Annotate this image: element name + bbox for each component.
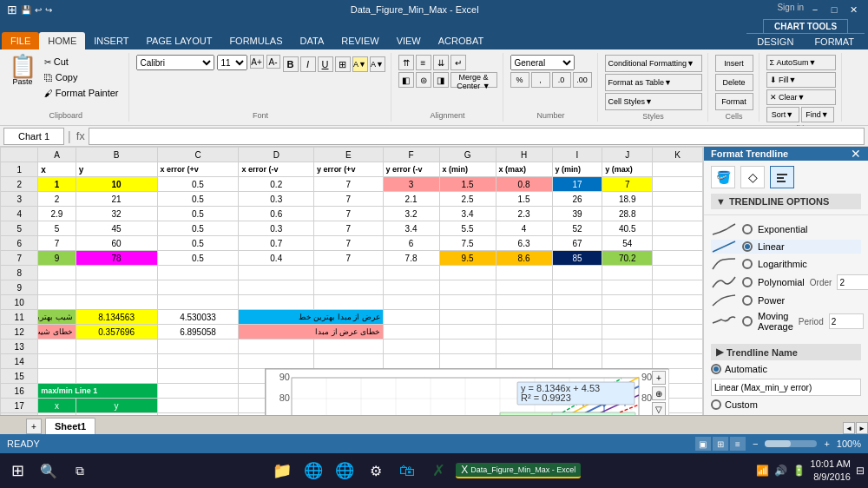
cell-e3[interactable]: 7 xyxy=(314,192,383,207)
cell-j13[interactable] xyxy=(602,340,653,354)
moving-average-period-input[interactable] xyxy=(829,313,864,329)
cell-e10[interactable] xyxy=(314,295,383,310)
cell-b10[interactable] xyxy=(76,295,157,310)
tab-data[interactable]: DATA xyxy=(292,32,333,49)
format-cells-btn[interactable]: Format xyxy=(715,93,753,110)
cell-g12[interactable] xyxy=(439,325,496,340)
font-color-btn[interactable]: A▼ xyxy=(370,56,385,72)
cell-d11[interactable]: عرض از مبدا بهترین خط xyxy=(239,310,383,325)
taskbar-edge[interactable]: 🌐 xyxy=(299,457,327,485)
taskbar-excel-active[interactable]: X Data_Figure_Min_Max - Excel xyxy=(456,463,581,478)
cell-h10[interactable] xyxy=(496,295,552,310)
cell-c14[interactable] xyxy=(157,354,239,369)
cell-k7[interactable] xyxy=(653,251,703,266)
quick-access-redo[interactable]: ↪ xyxy=(45,5,52,15)
cell-j9[interactable] xyxy=(602,280,653,295)
trendline-polynomial[interactable]: Polynomial Order xyxy=(711,274,861,290)
cell-h9[interactable] xyxy=(496,280,552,295)
tab-page-layout[interactable]: PAGE LAYOUT xyxy=(137,32,220,49)
cell-f3[interactable]: 2.1 xyxy=(383,192,439,207)
cell-e6[interactable]: 7 xyxy=(314,236,383,251)
align-left-btn[interactable]: ◧ xyxy=(398,72,414,88)
trendline-logarithmic[interactable]: Logarithmic xyxy=(711,257,861,271)
wrap-text-btn[interactable]: ↵ xyxy=(450,55,466,70)
find-select-btn[interactable]: Find▼ xyxy=(801,107,834,122)
cell-c5[interactable]: 0.5 xyxy=(157,221,239,236)
align-middle-btn[interactable]: ≡ xyxy=(416,55,431,70)
bold-btn[interactable]: B xyxy=(283,56,299,72)
taskbar-excel[interactable]: ✗ xyxy=(424,457,452,485)
col-header-i[interactable]: I xyxy=(552,148,602,162)
cell-h14[interactable] xyxy=(496,354,552,369)
quick-access-save[interactable]: 💾 xyxy=(21,5,31,15)
cell-e1[interactable]: y error (+v xyxy=(314,162,383,177)
cell-d7[interactable]: 0.4 xyxy=(239,251,314,266)
border-btn[interactable]: ⊞ xyxy=(335,56,351,72)
cell-a7[interactable]: 9 xyxy=(38,251,76,266)
cell-e2[interactable]: 7 xyxy=(314,177,383,192)
task-view-button[interactable]: ⧉ xyxy=(66,457,94,485)
conditional-formatting-btn[interactable]: Conditional Formatting▼ xyxy=(605,55,702,72)
cell-j3[interactable]: 18.9 xyxy=(602,192,653,207)
cell-a8[interactable] xyxy=(38,266,76,280)
cell-h8[interactable] xyxy=(496,266,552,280)
copy-btn[interactable]: ⿻ Copy xyxy=(40,70,123,84)
cell-e5[interactable]: 7 xyxy=(314,221,383,236)
cell-c17[interactable] xyxy=(157,399,239,413)
cell-i7[interactable]: 85 xyxy=(552,251,602,266)
decrease-font-btn[interactable]: A- xyxy=(266,55,280,69)
tab-formulas[interactable]: FORMULAS xyxy=(220,32,291,49)
trendline-moving-average[interactable]: Moving Average Period xyxy=(711,311,861,332)
cell-g6[interactable]: 7.5 xyxy=(439,236,496,251)
cell-g11[interactable] xyxy=(439,310,496,325)
underline-btn[interactable]: U xyxy=(318,56,333,72)
automatic-name-input[interactable] xyxy=(711,379,861,396)
cell-e13[interactable] xyxy=(314,340,383,354)
cell-i4[interactable]: 39 xyxy=(552,207,602,221)
tab-design[interactable]: DESIGN xyxy=(746,33,804,49)
cell-i5[interactable]: 52 xyxy=(552,221,602,236)
clear-btn[interactable]: ✕ Clear▼ xyxy=(766,89,836,105)
col-header-b[interactable]: B xyxy=(76,148,157,162)
cell-h11[interactable] xyxy=(496,310,552,325)
cell-k14[interactable] xyxy=(653,354,703,369)
cell-h13[interactable] xyxy=(496,340,552,354)
tab-insert[interactable]: INSERT xyxy=(85,32,137,49)
chart-zoom-in-btn[interactable]: + xyxy=(652,371,666,385)
cell-b3[interactable]: 21 xyxy=(76,192,157,207)
cell-a18[interactable]: 1 xyxy=(38,413,76,416)
cell-g8[interactable] xyxy=(439,266,496,280)
chart-filter-btn[interactable]: ▽ xyxy=(652,402,666,415)
cell-b1[interactable]: y xyxy=(76,162,157,177)
cell-e4[interactable]: 7 xyxy=(314,207,383,221)
cell-f9[interactable] xyxy=(383,280,439,295)
cell-i13[interactable] xyxy=(552,340,602,354)
cell-d9[interactable] xyxy=(239,280,314,295)
cell-e8[interactable] xyxy=(314,266,383,280)
cell-i12[interactable] xyxy=(552,325,602,340)
chart-area[interactable]: 0 10 20 30 40 50 60 70 80 90 0 10 xyxy=(265,368,668,415)
col-header-g[interactable]: G xyxy=(439,148,496,162)
page-break-view-btn[interactable]: ≡ xyxy=(730,437,746,451)
cell-b11[interactable]: 8.134563 xyxy=(76,310,157,325)
time-display[interactable]: 10:01 AM 8/9/2016 xyxy=(811,458,851,485)
tab-acrobat[interactable]: ACROBAT xyxy=(430,32,492,49)
col-header-k[interactable]: K xyxy=(653,148,703,162)
radio-automatic[interactable] xyxy=(711,364,721,374)
cell-a13[interactable] xyxy=(38,340,76,354)
cell-f2[interactable]: 3 xyxy=(383,177,439,192)
sheet-tab-sheet1[interactable]: Sheet1 xyxy=(45,418,95,434)
panel-close-button[interactable]: ✕ xyxy=(851,147,861,161)
cell-k10[interactable] xyxy=(653,295,703,310)
cell-g13[interactable] xyxy=(439,340,496,354)
cell-g4[interactable]: 3.4 xyxy=(439,207,496,221)
cell-d4[interactable]: 0.6 xyxy=(239,207,314,221)
cell-h3[interactable]: 1.5 xyxy=(496,192,552,207)
start-button[interactable]: ⊞ xyxy=(3,457,31,485)
cell-k11[interactable] xyxy=(653,310,703,325)
cell-f10[interactable] xyxy=(383,295,439,310)
cell-j14[interactable] xyxy=(602,354,653,369)
cell-j11[interactable] xyxy=(602,310,653,325)
cell-h7[interactable]: 8.6 xyxy=(496,251,552,266)
normal-view-btn[interactable]: ▣ xyxy=(695,437,711,451)
